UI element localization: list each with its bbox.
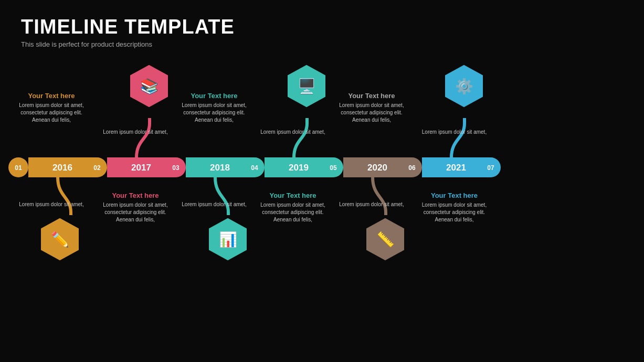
slide: TIMELINE TEMPLATE This slide is perfect … (0, 0, 644, 362)
year-2017: 2017 (131, 163, 151, 173)
text-03-below: Lorem ipsum dolor sit amet, (180, 201, 248, 208)
gear-icon: ⚙️ (455, 78, 473, 95)
hex-06: ⚙️ (442, 65, 485, 108)
body-01-below: Lorem ipsum dolor sit amet, (17, 201, 86, 208)
connector-01-down (58, 177, 71, 215)
subtitle: This slide is perfect for product descri… (21, 40, 623, 48)
node-label-04: 04 (251, 164, 258, 172)
node-label-07: 07 (487, 164, 494, 172)
node-label-03: 03 (172, 164, 180, 172)
connector-02-up (136, 118, 150, 157)
connector-04-up (294, 118, 307, 157)
body-02-below: Lorem ipsum dolor sit amet, consectetur … (101, 201, 170, 223)
node-label-06: 06 (408, 164, 416, 172)
text-06-below: Your Text here Lorem ipsum dolor sit ame… (416, 191, 492, 223)
connector-05-down (373, 177, 386, 215)
text-01-below: Lorem ipsum dolor sit amet, (17, 201, 86, 208)
body-02-above: Lorem ipsum dolor sit amet, (101, 129, 170, 136)
year-2020: 2020 (367, 163, 387, 173)
body-03-above: Lorem ipsum dolor sit amet, consectetur … (180, 102, 248, 124)
hex-03: 📊 (206, 218, 249, 261)
hex-04: 🖥️ (285, 65, 328, 108)
year-2016: 2016 (52, 163, 72, 173)
hex-05: 📏 (364, 218, 407, 261)
title-05-above: Your Text here (337, 92, 406, 100)
node-label-05: 05 (330, 164, 337, 172)
text-05-above: Your Text here Lorem ipsum dolor sit ame… (337, 92, 406, 124)
edit-icon: ✏️ (51, 231, 69, 248)
body-06-below: Lorem ipsum dolor sit amet, consectetur … (416, 201, 492, 223)
body-05-below: Lorem ipsum dolor sit amet, (337, 201, 406, 208)
header: TIMELINE TEMPLATE This slide is perfect … (21, 16, 623, 48)
title-02-below: Your Text here (101, 191, 170, 199)
title-01-above: Your Text here (17, 92, 86, 100)
body-04-below: Lorem ipsum dolor sit amet, consectetur … (259, 201, 327, 223)
server-icon: 🖥️ (298, 78, 316, 95)
body-03-below: Lorem ipsum dolor sit amet, (180, 201, 248, 208)
node-label-01: 01 (15, 164, 22, 172)
ruler-icon: 📏 (376, 231, 395, 248)
year-2018: 2018 (210, 163, 230, 173)
chart-icon: 📊 (219, 231, 237, 248)
body-04-above: Lorem ipsum dolor sit amet, (259, 129, 327, 136)
text-03-above: Your Text here Lorem ipsum dolor sit ame… (180, 92, 248, 124)
text-04-below: Your Text here Lorem ipsum dolor sit ame… (259, 191, 327, 223)
node-label-02: 02 (93, 164, 101, 172)
text-02-below: Your Text here Lorem ipsum dolor sit ame… (101, 191, 170, 223)
title-04-below: Your Text here (259, 191, 327, 199)
connector-06-up (451, 118, 464, 157)
text-02-above: Lorem ipsum dolor sit amet, (101, 129, 170, 136)
body-01-above: Lorem ipsum dolor sit amet, consectetur … (17, 102, 86, 124)
body-05-above: Lorem ipsum dolor sit amet, consectetur … (337, 102, 406, 124)
text-06-above: Lorem ipsum dolor sit amet, (416, 129, 492, 136)
text-04-above: Lorem ipsum dolor sit amet, (259, 129, 327, 136)
text-05-below: Lorem ipsum dolor sit amet, (337, 201, 406, 208)
body-06-above: Lorem ipsum dolor sit amet, (416, 129, 492, 136)
year-2019: 2019 (289, 163, 309, 173)
hex-02: 📚 (128, 65, 171, 108)
timeline-container: 01 2016 02 2017 03 2018 04 20 (8, 60, 636, 302)
connector-03-down (215, 177, 228, 215)
year-2021: 2021 (446, 163, 466, 173)
title-03-above: Your Text here (180, 92, 248, 100)
text-01-above: Your Text here Lorem ipsum dolor sit ame… (17, 92, 86, 124)
book-icon: 📚 (140, 78, 159, 95)
hex-01: ✏️ (38, 218, 81, 261)
main-title: TIMELINE TEMPLATE (21, 16, 623, 38)
title-06-below: Your Text here (416, 191, 492, 199)
